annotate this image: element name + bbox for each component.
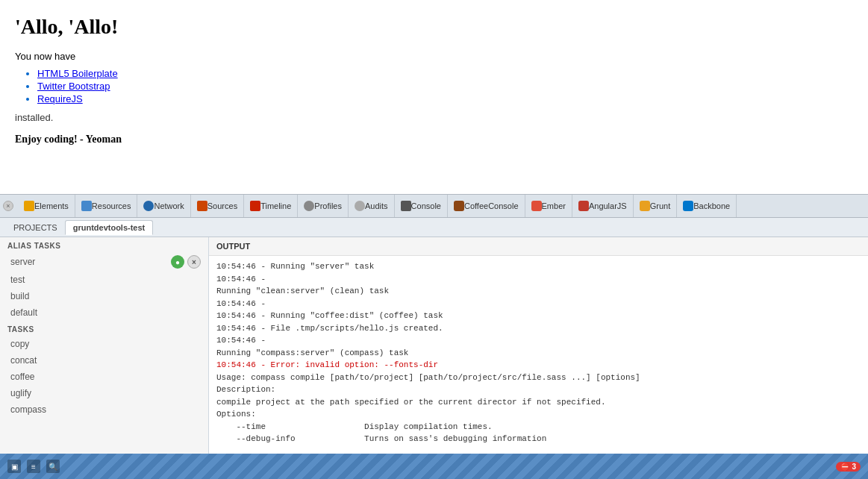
- page-title: 'Allo, 'Allo!: [15, 15, 853, 39]
- audits-icon: [355, 201, 365, 211]
- sidebar: ALIAS TASKS server ● × test build defaul…: [0, 237, 209, 454]
- tab-network[interactable]: Network: [137, 195, 190, 217]
- installed-list: HTML5 Boilerplate Twitter Bootstrap Requ…: [37, 68, 853, 104]
- output-line-4: 10:54:46 - Running "coffee:dist" (coffee…: [216, 310, 861, 322]
- tab-ember-label: Ember: [542, 201, 566, 210]
- output-line-7: Running "compass:server" (compass) task: [216, 347, 861, 360]
- error-count: 3: [852, 463, 856, 471]
- output-line-17: --debug-info Turns on sass's debugging i…: [216, 433, 861, 445]
- server-controls: ● ×: [171, 255, 201, 269]
- tab-sources-label: Sources: [207, 201, 237, 210]
- resources-icon: [81, 201, 92, 211]
- sidebar-item-copy[interactable]: copy: [0, 336, 208, 352]
- list-icon[interactable]: ≡: [27, 460, 40, 473]
- output-line-10: Usage: compass compile [path/to/project]…: [216, 372, 861, 384]
- output-line-5: 10:54:46 - File .tmp/scripts/hello.js cr…: [216, 322, 861, 335]
- tab-resources-label: Resources: [92, 201, 131, 210]
- projects-tab[interactable]: PROJECTS: [6, 221, 65, 234]
- server-stop-button[interactable]: ×: [187, 255, 201, 269]
- backbone-icon: [683, 201, 693, 211]
- tab-elements[interactable]: Elements: [18, 195, 75, 217]
- gruntdevtools-tab-label: gruntdevtools-test: [73, 223, 146, 232]
- angular-icon: [578, 201, 589, 211]
- panel-icon[interactable]: ▣: [7, 460, 21, 473]
- tab-audits[interactable]: Audits: [349, 195, 395, 217]
- error-icon: ⛔: [840, 463, 849, 471]
- tab-console[interactable]: Console: [395, 195, 448, 217]
- output-line-12: Description:: [216, 383, 861, 396]
- alias-tasks-header: ALIAS TASKS: [0, 237, 208, 252]
- devtools-main: ALIAS TASKS server ● × test build defaul…: [0, 237, 868, 454]
- tab-sources[interactable]: Sources: [191, 195, 244, 217]
- tab-timeline[interactable]: Timeline: [244, 195, 298, 217]
- list-item-1: Twitter Bootstrap: [37, 81, 853, 92]
- sidebar-item-compass[interactable]: compass: [0, 401, 208, 418]
- build-label: build: [10, 291, 29, 301]
- sidebar-item-build[interactable]: build: [0, 288, 208, 304]
- output-line-3: 10:54:46 -: [216, 298, 861, 310]
- tab-console-label: Console: [411, 201, 441, 210]
- sidebar-item-coffee[interactable]: coffee: [0, 369, 208, 385]
- tasks-header: TASKS: [0, 321, 208, 336]
- toolbar-tabs: Elements Resources Network Sources Timel…: [18, 195, 737, 217]
- enjoy-text: Enjoy coding! - Yeoman: [15, 134, 853, 145]
- subtitle: You now have: [15, 51, 853, 62]
- gruntdevtools-tab[interactable]: gruntdevtools-test: [65, 220, 154, 235]
- tab-timeline-label: Timeline: [260, 201, 291, 210]
- close-button[interactable]: ×: [3, 201, 13, 211]
- output-line-1: 10:54:46 -: [216, 273, 861, 286]
- project-tabs-bar: PROJECTS gruntdevtools-test: [0, 218, 868, 237]
- search-icon[interactable]: 🔍: [46, 460, 60, 473]
- copy-label: copy: [10, 339, 29, 349]
- console-icon: [401, 201, 411, 211]
- list-item-0: HTML5 Boilerplate: [37, 68, 853, 79]
- elements-icon: [24, 201, 34, 211]
- server-label: server: [10, 257, 35, 267]
- bottom-bar: ▣ ≡ 🔍 ⛔ 3: [0, 454, 868, 479]
- default-label: default: [10, 307, 37, 318]
- compass-label: compass: [10, 404, 46, 415]
- output-line-0: 10:54:46 - Running "server" task: [216, 260, 861, 273]
- ember-icon: [531, 201, 542, 211]
- output-line-8: 10:54:46 - Error: invalid option: --font…: [216, 359, 861, 372]
- concat-label: concat: [10, 355, 37, 366]
- output-content[interactable]: 10:54:46 - Running "server" task10:54:46…: [209, 256, 868, 454]
- tab-network-label: Network: [154, 201, 184, 210]
- coffee-icon: [454, 201, 464, 211]
- sidebar-item-default[interactable]: default: [0, 304, 208, 321]
- network-icon: [143, 201, 154, 211]
- output-panel: OUTPUT 10:54:46 - Running "server" task1…: [209, 237, 868, 454]
- list-item-2: RequireJS: [37, 93, 853, 104]
- tab-backbone[interactable]: Backbone: [677, 195, 737, 217]
- tab-grunt[interactable]: Grunt: [634, 195, 678, 217]
- projects-tab-label: PROJECTS: [13, 223, 57, 232]
- timeline-icon: [250, 201, 260, 211]
- tab-coffee-label: CoffeeConsole: [464, 201, 519, 210]
- sidebar-item-uglify[interactable]: uglify: [0, 385, 208, 401]
- output-header: OUTPUT: [209, 237, 868, 256]
- tab-angularjs[interactable]: AngularJS: [572, 195, 634, 217]
- tab-ember[interactable]: Ember: [525, 195, 572, 217]
- output-line-13: compile project at the path specified or…: [216, 396, 861, 409]
- output-line-2: Running "clean:server" (clean) task: [216, 285, 861, 298]
- sources-icon: [197, 201, 207, 211]
- output-line-16: --time Display compilation times.: [216, 421, 861, 433]
- bottom-bar-icons: ▣ ≡ 🔍: [7, 460, 60, 473]
- output-line-15: Options:: [216, 408, 861, 421]
- error-badge: ⛔ 3: [836, 462, 861, 472]
- coffee-label: coffee: [10, 372, 34, 382]
- tab-grunt-label: Grunt: [650, 201, 671, 210]
- server-run-button[interactable]: ●: [171, 255, 184, 269]
- uglify-label: uglify: [10, 388, 31, 398]
- sidebar-item-test[interactable]: test: [0, 272, 208, 288]
- output-line-6: 10:54:46 -: [216, 334, 861, 347]
- tab-profiles[interactable]: Profiles: [298, 195, 349, 217]
- tab-resources[interactable]: Resources: [75, 195, 138, 217]
- grunt-icon: [640, 201, 650, 211]
- tab-coffeeconsole[interactable]: CoffeeConsole: [448, 195, 525, 217]
- tab-elements-label: Elements: [34, 201, 69, 210]
- sidebar-item-server[interactable]: server ● ×: [0, 252, 208, 272]
- main-content: 'Allo, 'Allo! You now have HTML5 Boilerp…: [0, 0, 868, 194]
- tab-profiles-label: Profiles: [314, 201, 342, 210]
- sidebar-item-concat[interactable]: concat: [0, 352, 208, 369]
